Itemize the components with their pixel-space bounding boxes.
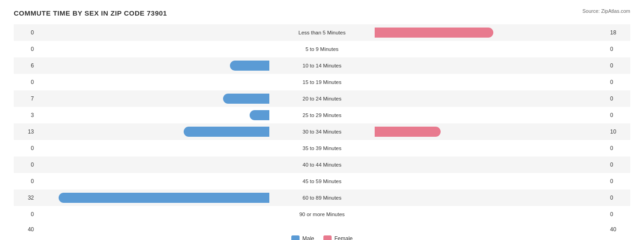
- female-side: [375, 76, 607, 88]
- female-value: 0: [607, 79, 630, 85]
- male-side: [37, 175, 269, 187]
- male-side: [37, 192, 269, 204]
- male-side: [37, 159, 269, 171]
- legend-male: Male: [291, 235, 314, 240]
- chart-row: 32 60 to 89 Minutes 0: [14, 190, 630, 206]
- row-label: 40 to 44 Minutes: [269, 162, 375, 167]
- bars-section: 5 to 9 Minutes: [37, 41, 607, 57]
- male-bar: [223, 94, 269, 104]
- male-value: 13: [14, 128, 37, 135]
- female-value: 0: [607, 95, 630, 102]
- bars-section: 35 to 39 Minutes: [37, 140, 607, 156]
- female-value: 0: [607, 178, 630, 184]
- female-label: Female: [334, 235, 353, 240]
- male-value: 0: [14, 162, 37, 168]
- bars-section: Less than 5 Minutes: [37, 24, 607, 41]
- chart-row: 7 20 to 24 Minutes 0: [14, 90, 630, 107]
- row-label: 15 to 19 Minutes: [269, 79, 375, 85]
- bars-section: 15 to 19 Minutes: [37, 74, 607, 90]
- female-side: [375, 192, 607, 204]
- row-label: 5 to 9 Minutes: [269, 46, 375, 52]
- row-label: Less than 5 Minutes: [269, 30, 375, 35]
- male-side: [37, 43, 269, 55]
- axis-max: 40: [607, 226, 630, 233]
- female-side: [375, 159, 607, 171]
- female-value: 10: [607, 128, 630, 135]
- bar-row-content: 90 or more Minutes: [37, 208, 607, 220]
- chart-row: 0 5 to 9 Minutes 0: [14, 41, 630, 57]
- female-bar: [375, 127, 441, 137]
- chart-row: 0 15 to 19 Minutes 0: [14, 74, 630, 90]
- bar-row-content: Less than 5 Minutes: [37, 27, 607, 39]
- female-side: [375, 109, 607, 121]
- axis-row: 40 40: [14, 226, 630, 233]
- row-label: 10 to 14 Minutes: [269, 63, 375, 68]
- bar-row-content: 35 to 39 Minutes: [37, 142, 607, 154]
- bars-section: 90 or more Minutes: [37, 206, 607, 223]
- chart-row: 0 35 to 39 Minutes 0: [14, 140, 630, 156]
- bars-section: 60 to 89 Minutes: [37, 190, 607, 206]
- male-bar: [250, 110, 269, 120]
- female-side: [375, 60, 607, 72]
- chart-row: 6 10 to 14 Minutes 0: [14, 57, 630, 74]
- row-label: 45 to 59 Minutes: [269, 179, 375, 184]
- row-label: 25 to 29 Minutes: [269, 112, 375, 118]
- female-value: 0: [607, 195, 630, 201]
- legend-female: Female: [323, 235, 353, 240]
- bars-section: 20 to 24 Minutes: [37, 90, 607, 107]
- female-value: 0: [607, 145, 630, 151]
- row-label: 60 to 89 Minutes: [269, 195, 375, 201]
- male-bar: [184, 127, 269, 137]
- female-value: 0: [607, 211, 630, 218]
- male-side: [37, 60, 269, 72]
- male-bar: [59, 193, 269, 203]
- female-bar: [375, 28, 493, 38]
- female-side: [375, 175, 607, 187]
- bar-row-content: 20 to 24 Minutes: [37, 93, 607, 105]
- female-value: 0: [607, 162, 630, 168]
- row-label: 20 to 24 Minutes: [269, 96, 375, 101]
- bars-section: 10 to 14 Minutes: [37, 57, 607, 74]
- chart-row: 0 45 to 59 Minutes 0: [14, 173, 630, 190]
- female-value: 0: [607, 112, 630, 118]
- female-side: [375, 142, 607, 154]
- male-value: 6: [14, 62, 37, 69]
- female-side: [375, 126, 607, 138]
- female-value: 18: [607, 29, 630, 36]
- bar-row-content: 60 to 89 Minutes: [37, 192, 607, 204]
- male-side: [37, 27, 269, 39]
- legend: Male Female: [14, 235, 630, 240]
- bar-row-content: 30 to 34 Minutes: [37, 126, 607, 138]
- row-label: 35 to 39 Minutes: [269, 145, 375, 151]
- female-side: [375, 27, 607, 39]
- male-side: [37, 93, 269, 105]
- chart-container: COMMUTE TIME BY SEX IN ZIP CODE 73901 So…: [0, 0, 644, 240]
- female-side: [375, 93, 607, 105]
- bar-row-content: 45 to 59 Minutes: [37, 175, 607, 187]
- row-label: 90 or more Minutes: [269, 212, 375, 217]
- bar-row-content: 5 to 9 Minutes: [37, 43, 607, 55]
- female-side: [375, 43, 607, 55]
- chart-title: COMMUTE TIME BY SEX IN ZIP CODE 73901: [14, 9, 630, 17]
- chart-row: 0 40 to 44 Minutes 0: [14, 156, 630, 173]
- source-label: Source: ZipAtlas.com: [582, 8, 630, 14]
- male-value: 32: [14, 195, 37, 201]
- male-value: 0: [14, 145, 37, 151]
- chart-row: 13 30 to 34 Minutes 10: [14, 123, 630, 140]
- female-value: 0: [607, 46, 630, 52]
- male-side: [37, 142, 269, 154]
- male-side: [37, 76, 269, 88]
- male-label: Male: [302, 235, 314, 240]
- male-side: [37, 126, 269, 138]
- male-value: 0: [14, 79, 37, 85]
- axis-min: 40: [14, 226, 37, 233]
- bars-section: 40 to 44 Minutes: [37, 156, 607, 173]
- bars-section: 45 to 59 Minutes: [37, 173, 607, 190]
- bars-section: 30 to 34 Minutes: [37, 123, 607, 140]
- bar-row-content: 15 to 19 Minutes: [37, 76, 607, 88]
- chart-row: 0 90 or more Minutes 0: [14, 206, 630, 223]
- male-side: [37, 109, 269, 121]
- male-side: [37, 208, 269, 220]
- female-value: 0: [607, 62, 630, 69]
- bar-row-content: 25 to 29 Minutes: [37, 109, 607, 121]
